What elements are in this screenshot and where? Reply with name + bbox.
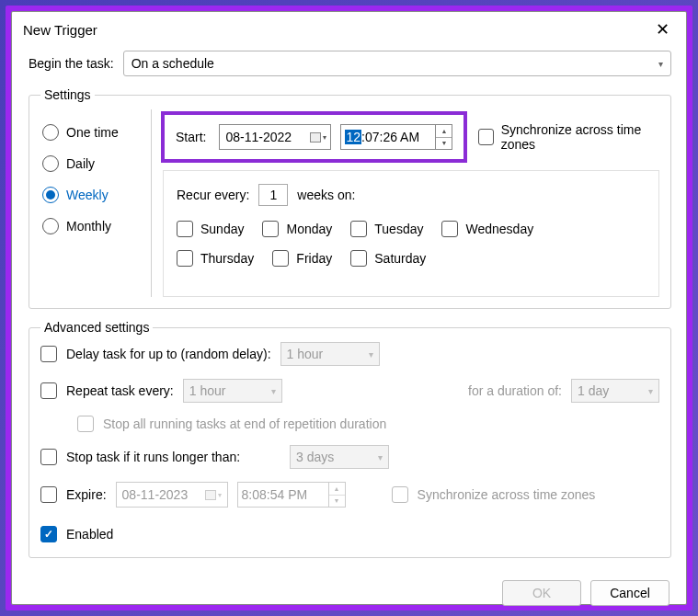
expire-label: Expire: [66,487,107,502]
day-thursday-checkbox[interactable] [177,250,193,267]
recur-unit-label: weeks on: [297,188,355,202]
time-rest: :07:26 AM [361,130,419,144]
recur-panel: Recur every: 1 weeks on: Sunday Monday T… [163,170,659,297]
day-monday-checkbox[interactable] [262,221,279,237]
chevron-down-icon: ▾ [323,133,326,142]
begin-task-value: On a schedule [132,56,214,71]
day-saturday-checkbox[interactable] [350,250,367,267]
radio-weekly[interactable]: Weekly [42,187,134,203]
day-tuesday-checkbox[interactable] [350,221,367,237]
calendar-button[interactable]: ▾ [310,132,326,143]
ok-button[interactable]: OK [502,580,581,606]
radio-icon [42,187,59,203]
stop-running-label: Stop all running tasks at end of repetit… [103,416,386,431]
repeat-interval-dropdown: 1 hour▾ [183,379,282,403]
sync-timezones-label: Synchronize across time zones [501,122,659,152]
begin-task-dropdown[interactable]: On a schedule ▾ [123,51,671,76]
start-label: Start: [176,130,206,144]
dialog-title: New Trigger [23,22,97,38]
day-sunday-checkbox[interactable] [177,221,193,237]
spin-down-icon[interactable]: ▼ [436,138,452,150]
expire-checkbox[interactable] [40,486,57,503]
cancel-button[interactable]: Cancel [590,580,669,606]
expire-date-input: 08-11-2023 ▾ [116,482,228,508]
calendar-icon [310,132,321,143]
enabled-checkbox[interactable] [40,526,57,542]
advanced-legend: Advanced settings [40,320,153,335]
settings-legend: Settings [40,87,95,102]
time-spinner[interactable]: ▲ ▼ [435,125,452,149]
radio-icon [42,155,59,172]
divider [151,109,152,297]
delay-checkbox[interactable] [40,346,57,362]
repeat-label: Repeat task every: [66,383,174,398]
stop-longer-checkbox[interactable] [40,449,57,465]
radio-monthly[interactable]: Monthly [42,218,134,234]
close-icon[interactable]: ✕ [650,19,675,40]
repeat-duration-dropdown: 1 day▾ [571,379,659,403]
radio-daily[interactable]: Daily [42,155,134,172]
radio-icon [42,124,59,141]
begin-task-label: Begin the task: [29,56,114,71]
radio-icon [42,218,59,234]
start-date-value: 08-11-2022 [225,130,292,144]
radio-one-time[interactable]: One time [42,124,134,141]
expire-time-input: 8:08:54 PM ▲▼ [237,482,346,508]
time-spinner: ▲▼ [328,483,345,507]
new-trigger-dialog: New Trigger ✕ Begin the task: On a sched… [11,11,687,605]
spin-up-icon[interactable]: ▲ [436,125,452,138]
day-wednesday-checkbox[interactable] [441,221,458,237]
recur-label: Recur every: [177,188,249,202]
stop-longer-value-dropdown: 3 days▾ [290,445,389,469]
start-time-input[interactable]: 12:07:26 AM ▲ ▼ [340,124,452,150]
expire-sync-label: Synchronize across time zones [418,487,596,502]
calendar-icon [205,490,216,500]
settings-group: Settings One time Daily Weekly [29,87,671,309]
titlebar: New Trigger ✕ [12,12,686,43]
start-highlight: Start: 08-11-2022 ▾ 12:07:26 AM [161,111,467,163]
time-hours-selected: 12 [345,130,361,144]
expire-sync-checkbox [392,486,408,503]
start-date-input[interactable]: 08-11-2022 ▾ [219,124,331,150]
advanced-settings-group: Advanced settings Delay task for up to (… [29,320,671,558]
enabled-label: Enabled [66,527,113,542]
duration-label: for a duration of: [468,383,562,398]
recur-interval-input[interactable]: 1 [258,184,288,206]
stop-longer-label: Stop task if it runs longer than: [66,450,240,464]
delay-label: Delay task for up to (random delay): [66,347,271,361]
delay-value-dropdown: 1 hour▾ [280,342,380,366]
day-friday-checkbox[interactable] [272,250,289,267]
chevron-down-icon: ▾ [218,491,222,499]
chevron-down-icon: ▾ [658,59,663,69]
repeat-checkbox[interactable] [40,382,57,399]
sync-timezones-checkbox[interactable] [478,129,493,145]
stop-running-checkbox [77,416,94,432]
